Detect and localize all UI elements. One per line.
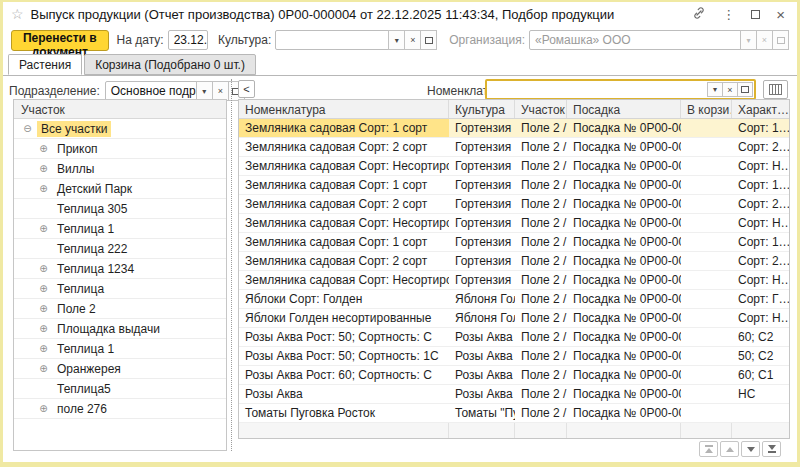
table-cell: Поле 2 / Ка… xyxy=(515,385,567,403)
scroll-down-button[interactable] xyxy=(741,441,760,457)
date-input[interactable]: 23.12.2025 xyxy=(168,30,208,50)
tree-item[interactable]: ⊕Виллы xyxy=(14,159,226,179)
expand-node-icon[interactable]: ⊕ xyxy=(37,364,50,374)
tree-item[interactable]: ⊕Теплица xyxy=(14,279,226,299)
table-cell xyxy=(681,347,732,365)
culture-input[interactable] xyxy=(275,30,389,50)
more-menu-icon[interactable]: ⋮ xyxy=(722,8,735,21)
tab-plants[interactable]: Растения xyxy=(8,54,82,75)
scroll-up-button[interactable] xyxy=(720,441,739,457)
culture-open-button[interactable] xyxy=(420,30,437,50)
expand-node-icon[interactable]: ⊕ xyxy=(37,304,50,314)
column-settings-button[interactable] xyxy=(763,80,788,99)
culture-dropdown-button[interactable]: ▾ xyxy=(388,30,405,50)
scroll-to-bottom-button[interactable] xyxy=(762,441,781,457)
tree-item[interactable]: ⊕Поле 2 xyxy=(14,299,226,319)
tree-item[interactable]: ⊕Прикоп xyxy=(14,139,226,159)
tree-item[interactable]: Теплица 222 xyxy=(14,239,226,259)
window-controls: ⋮ × xyxy=(692,6,785,22)
tree-item[interactable]: ⊕поле 276 xyxy=(14,399,226,419)
table-row[interactable]: Земляника садовая Сорт: 1 сортГортензияП… xyxy=(239,176,789,195)
table-row[interactable]: Розы Аква Рост: 50; Сортность: СРозы Акв… xyxy=(239,328,789,347)
expand-node-icon[interactable]: ⊕ xyxy=(37,264,50,274)
arrow-down-icon xyxy=(747,447,755,452)
table-cell: Яблоки Сорт: Голден xyxy=(239,290,449,308)
collapse-node-icon[interactable]: ⊖ xyxy=(21,124,34,134)
culture-clear-button[interactable]: × xyxy=(404,30,421,50)
maximize-icon[interactable] xyxy=(751,8,760,21)
table-row[interactable]: Земляника садовая Сорт: 1 сортГортензияП… xyxy=(239,119,789,138)
tree-item[interactable]: Теплица5 xyxy=(14,379,226,399)
department-input[interactable]: Основное подразделение xyxy=(105,81,197,101)
expand-node-icon[interactable]: ⊕ xyxy=(37,224,50,234)
tree-item[interactable]: ⊕Оранжерея xyxy=(14,359,226,379)
expand-node-icon[interactable]: ⊕ xyxy=(37,324,50,334)
table-cell: Посадка № 0Р00-00… xyxy=(567,385,681,403)
tab-basket[interactable]: Корзина (Подобрано 0 шт.) xyxy=(84,54,256,75)
collapse-left-panel-button[interactable]: < xyxy=(238,80,255,98)
table-row[interactable]: Розы АкваРозы АкваПоле 2 / Ка…Посадка № … xyxy=(239,385,789,404)
organization-open-button xyxy=(772,30,789,50)
table-cell: Сорт: 2… xyxy=(732,138,789,156)
tree-item[interactable]: ⊕Теплица 1 xyxy=(14,339,226,359)
table-header-row: НоменклатураКультураУчастокПосадкаВ корз… xyxy=(239,100,789,119)
nomenclature-open-button[interactable] xyxy=(737,82,753,97)
tree-item[interactable]: ⊕Детский Парк xyxy=(14,179,226,199)
expand-node-icon[interactable]: ⊕ xyxy=(37,344,50,354)
table-row[interactable]: Розы Аква Рост: 60; Сортность: СРозы Акв… xyxy=(239,366,789,385)
table-row[interactable]: Яблоки Сорт: ГолденЯблоня Гол…Поле 2 / К… xyxy=(239,290,789,309)
panel-splitter[interactable] xyxy=(231,79,232,451)
expand-node-icon[interactable]: ⊕ xyxy=(37,404,50,414)
table-cell: Гортензия xyxy=(449,233,515,251)
table-row[interactable]: Земляника садовая Сорт: 1 сортГортензияП… xyxy=(239,233,789,252)
table-row[interactable]: Земляника садовая Сорт: 2 сортГортензияП… xyxy=(239,138,789,157)
culture-combo: ▾ × xyxy=(275,30,437,50)
table-row[interactable]: Розы Аква Рост: 50; Сортность: 1СРозы Ак… xyxy=(239,347,789,366)
link-icon[interactable] xyxy=(692,6,706,22)
tree-item[interactable]: ⊖Все участки xyxy=(14,119,226,139)
table-row[interactable]: Земляника садовая Сорт: 2 сортГортензияП… xyxy=(239,195,789,214)
table-row[interactable]: Томаты Пуговка РостокТоматы "Пуг…Поле 2 … xyxy=(239,404,789,423)
column-header[interactable]: Номенклатура xyxy=(239,100,449,118)
table-cell: Розы Аква xyxy=(449,385,515,403)
table-row[interactable]: Яблоки Голден несортированныеЯблоня Гол…… xyxy=(239,309,789,328)
department-dropdown-button[interactable]: ▾ xyxy=(196,81,213,101)
table-cell: Розы Аква Рост: 50; Сортность: 1С xyxy=(239,347,449,365)
tree-item[interactable]: Теплица 305 xyxy=(14,199,226,219)
close-icon[interactable]: × xyxy=(776,7,785,22)
table-row[interactable]: Земляника садовая Сорт: НесортированнаяГ… xyxy=(239,271,789,290)
column-header[interactable]: В корзи… xyxy=(681,100,732,118)
transfer-to-document-button[interactable]: Перенести в документ xyxy=(11,30,109,51)
column-header[interactable]: Участок xyxy=(515,100,567,118)
nomenclature-dropdown-button[interactable]: ▾ xyxy=(707,82,723,97)
expand-node-icon[interactable]: ⊕ xyxy=(37,284,50,294)
column-header[interactable]: Культура xyxy=(449,100,515,118)
table-row[interactable]: Земляника садовая Сорт: НесортированнаяГ… xyxy=(239,157,789,176)
favorite-star-icon[interactable]: ☆ xyxy=(11,7,24,21)
table-cell: Яблоки Голден несортированные xyxy=(239,309,449,327)
tree-item[interactable]: ⊕Теплица 1 xyxy=(14,219,226,239)
expand-node-icon[interactable]: ⊕ xyxy=(37,144,50,154)
tree-item[interactable]: ⊕Площадка выдачи xyxy=(14,319,226,339)
table-cell: Сорт: Г… xyxy=(732,290,789,308)
nomenclature-clear-button[interactable]: × xyxy=(722,82,738,97)
table-row[interactable]: Земляника садовая Сорт: 2 сортГортензияП… xyxy=(239,252,789,271)
department-clear-button[interactable]: × xyxy=(212,81,229,101)
table-cell: Посадка № 0Р00-00… xyxy=(567,271,681,289)
expand-node-icon[interactable]: ⊕ xyxy=(37,164,50,174)
expand-node-icon[interactable]: ⊕ xyxy=(37,184,50,194)
table-cell: Сорт: 1… xyxy=(732,119,789,137)
scroll-to-top-button[interactable] xyxy=(699,441,718,457)
table-cell: Гортензия xyxy=(449,176,515,194)
table-cell: Сорт: Н… xyxy=(732,214,789,232)
tree-item[interactable]: ⊕Теплица 1234 xyxy=(14,259,226,279)
chevron-down-icon: ▾ xyxy=(202,87,206,96)
column-header[interactable]: Посадка xyxy=(567,100,681,118)
table-cell: Земляника садовая Сорт: 2 сорт xyxy=(239,138,449,156)
organization-input: «Ромашка» ООО xyxy=(529,30,741,50)
tree-column-header[interactable]: Участок xyxy=(14,100,226,119)
tree-item-label: Виллы xyxy=(53,161,98,177)
column-header[interactable]: Характ… xyxy=(732,100,790,118)
table-cell: Сорт: 1… xyxy=(732,176,789,194)
table-row[interactable]: Земляника садовая Сорт: НесортированнаяГ… xyxy=(239,214,789,233)
